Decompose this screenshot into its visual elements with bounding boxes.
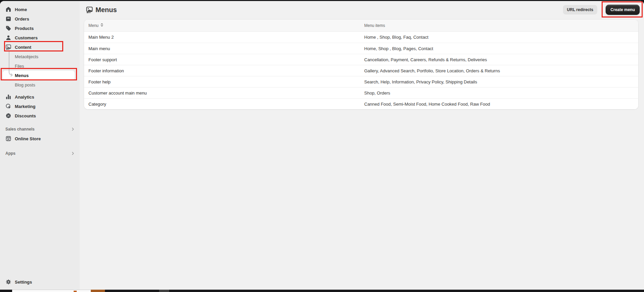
sidebar-item-content[interactable]: Content	[0, 42, 80, 52]
sidebar-item-label: Customers	[15, 35, 38, 40]
bottom-edge-orange-tick	[74, 291, 77, 292]
bottom-edge-gray-segment	[159, 290, 169, 292]
page-header: Menus URL redirects Create menu	[80, 1, 644, 19]
table-row[interactable]: Category Canned Food, Semi-Moist Food, H…	[84, 98, 638, 109]
table-row[interactable]: Footer support Cancellation, Payment, Ca…	[84, 54, 638, 65]
table-row[interactable]: Customer account main menu Shop, Orders	[84, 87, 638, 98]
sidebar-item-label: Menus	[15, 73, 29, 78]
discounts-icon	[5, 113, 11, 119]
sidebar-item-home[interactable]: Home	[0, 5, 80, 14]
bottom-window-edge	[0, 290, 644, 292]
orders-icon	[5, 16, 11, 22]
sidebar-section-sales-channels[interactable]: Sales channels	[0, 124, 80, 134]
products-icon	[5, 25, 11, 31]
header-actions: URL redirects Create menu	[563, 5, 640, 15]
sidebar-item-discounts[interactable]: Discounts	[0, 111, 80, 120]
sidebar-item-label: Blog posts	[15, 82, 35, 87]
table-row[interactable]: Main Menu 2 Home , Shop, Blog, Faq, Cont…	[84, 32, 638, 43]
menu-items-cell: Search, Help, Information, Privacy Polic…	[364, 79, 638, 84]
analytics-icon	[5, 94, 11, 100]
create-menu-button[interactable]: Create menu	[606, 5, 640, 15]
chevron-right-icon	[70, 151, 76, 156]
sidebar-item-label: Analytics	[15, 95, 34, 100]
menu-items-cell: Canned Food, Semi-Moist Food, Home Cooke…	[364, 102, 638, 107]
menu-items-cell: Cancellation, Payment, Careers, Refunds …	[364, 57, 638, 62]
app-shell: Home Orders Products Customers	[0, 1, 644, 290]
sidebar-item-label: Settings	[15, 280, 32, 285]
sidebar-item-label: Metaobjects	[15, 54, 38, 59]
menu-items-cell: Home, Shop , Blog, Pages, Contact	[364, 46, 638, 51]
table-row[interactable]: Footer information Gallery, Advanced Sea…	[84, 65, 638, 76]
sidebar-item-metaobjects[interactable]: Metaobjects	[0, 52, 80, 61]
main-content: Menus URL redirects Create menu Menu Men…	[80, 1, 644, 290]
content-icon	[5, 44, 11, 50]
column-header-menu[interactable]: Menu	[88, 22, 364, 29]
sidebar-item-label: Orders	[15, 16, 29, 22]
menu-name-cell[interactable]: Main menu	[88, 46, 364, 51]
marketing-icon	[5, 103, 11, 109]
sidebar-item-products[interactable]: Products	[0, 24, 80, 33]
customers-icon	[5, 35, 11, 41]
menus-table-card: Menu Menu items Main Menu 2 Home , Shop,…	[84, 20, 638, 109]
menu-items-cell: Home , Shop, Blog, Faq, Contact	[364, 35, 638, 40]
menu-items-cell: Gallery, Advanced Search, Portfolio, Sto…	[364, 68, 638, 73]
menu-name-cell[interactable]: Footer support	[88, 57, 364, 62]
sidebar: Home Orders Products Customers	[0, 1, 80, 290]
page-title-text: Menus	[96, 6, 117, 14]
sidebar-item-label: Discounts	[15, 113, 36, 118]
sidebar-item-online-store[interactable]: Online Store	[0, 134, 80, 143]
menu-name-cell[interactable]: Footer help	[88, 79, 364, 84]
sidebar-item-files[interactable]: Files	[0, 61, 80, 71]
column-header-menu-items: Menu items	[364, 23, 638, 28]
sidebar-item-menus[interactable]: Menus	[3, 71, 75, 80]
bottom-edge-orange-segment	[91, 290, 105, 292]
sidebar-item-orders[interactable]: Orders	[0, 14, 80, 24]
section-label-text: Apps	[5, 151, 15, 156]
gear-icon	[5, 279, 11, 285]
column-header-label: Menu	[88, 23, 99, 28]
section-label-text: Sales channels	[5, 127, 35, 132]
bottom-edge-light-segment	[12, 290, 91, 292]
table-row[interactable]: Main menu Home, Shop , Blog, Pages, Cont…	[84, 43, 638, 54]
page-title: Menus	[86, 6, 117, 14]
sidebar-item-label: Files	[15, 64, 24, 69]
table-header-row: Menu Menu items	[84, 20, 638, 32]
sidebar-item-analytics[interactable]: Analytics	[0, 92, 80, 102]
sidebar-section-apps[interactable]: Apps	[0, 149, 80, 158]
menu-name-cell[interactable]: Category	[88, 102, 364, 107]
sidebar-item-customers[interactable]: Customers	[0, 33, 80, 42]
sidebar-item-blog-posts[interactable]: Blog posts	[0, 80, 80, 89]
table-row[interactable]: Footer help Search, Help, Information, P…	[84, 76, 638, 87]
sidebar-item-marketing[interactable]: Marketing	[0, 102, 80, 111]
sidebar-item-label: Content	[15, 45, 31, 50]
sidebar-item-label: Products	[15, 26, 34, 31]
sidebar-item-label: Online Store	[15, 136, 41, 141]
menu-name-cell[interactable]: Footer information	[88, 68, 364, 73]
sidebar-item-label: Marketing	[15, 104, 35, 109]
url-redirects-button[interactable]: URL redirects	[563, 5, 597, 14]
menu-name-cell[interactable]: Main Menu 2	[88, 35, 364, 40]
content-icon	[86, 6, 93, 13]
chevron-right-icon	[70, 126, 76, 132]
shopify-admin-page: Home Orders Products Customers	[0, 0, 644, 292]
online-store-icon	[5, 136, 11, 142]
sort-icon	[99, 22, 105, 29]
menu-items-cell: Shop, Orders	[364, 90, 638, 96]
home-icon	[5, 6, 11, 12]
menu-name-cell[interactable]: Customer account main menu	[88, 90, 364, 96]
sidebar-item-label: Home	[15, 7, 27, 12]
sidebar-item-settings[interactable]: Settings	[0, 277, 80, 287]
